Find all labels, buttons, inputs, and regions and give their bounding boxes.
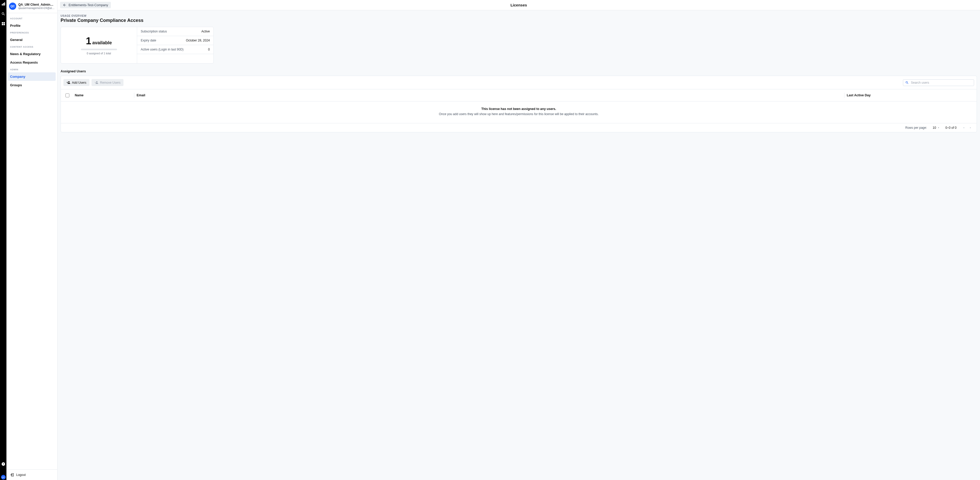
overview-stats: Subscription status Active Expiry date O… [137, 27, 213, 63]
add-users-button[interactable]: Add Users [64, 79, 89, 86]
stat-expiry-date: Expiry date October 28, 2024 [137, 36, 213, 45]
svg-rect-6 [3, 24, 5, 25]
svg-text:?: ? [3, 463, 4, 465]
table-toolbar: Add Users Remove Users [61, 76, 977, 89]
col-email[interactable]: Email [134, 93, 844, 97]
search-users[interactable] [903, 79, 974, 86]
assigned-users-title: Assigned Users [60, 69, 977, 73]
table-header: Name Email Last Active Day [61, 89, 977, 101]
stat-value: Active [201, 30, 210, 33]
overview-card: 1 available 0 assigned of 1 total Subscr… [60, 27, 214, 63]
breadcrumb-label: Entitlements-Test-Company [68, 3, 108, 7]
select-all[interactable] [64, 93, 75, 98]
section-label-content-access: CONTENT ACCESS [6, 44, 57, 50]
select-all-checkbox[interactable] [65, 93, 69, 97]
page-header-title: Licenses [511, 3, 527, 7]
chevron-left-icon [962, 126, 965, 129]
svg-rect-1 [3, 3, 3, 5]
overview-kicker: USAGE OVERVIEW [60, 14, 977, 17]
pager-range: 0–0 of 0 [945, 126, 956, 130]
svg-rect-5 [2, 24, 3, 25]
rail-avatar[interactable]: QC [1, 475, 6, 480]
section-label-account: ACCOUNT [6, 16, 57, 21]
section-label-preferences: PREFERENCES [6, 30, 57, 36]
sidebar-item-general[interactable]: General [6, 36, 57, 44]
avatar: QC [9, 3, 16, 10]
logout-label: Logout [16, 473, 26, 477]
arrow-left-icon [63, 3, 67, 7]
sidebar-item-company[interactable]: Company [8, 72, 56, 81]
person-add-icon [67, 81, 70, 84]
content: USAGE OVERVIEW Private Company Complianc… [57, 10, 980, 480]
svg-rect-4 [3, 22, 5, 24]
settings-sidebar: QC QA_UM Client_Admin_User qausermanagem… [6, 0, 57, 480]
usage-progress-bar [81, 49, 117, 50]
chevron-right-icon [969, 126, 972, 129]
svg-rect-0 [2, 4, 3, 5]
pager: Rows per page: 10 0–0 of 0 [61, 123, 977, 132]
main: Entitlements-Test-Company Licenses USAGE… [57, 0, 980, 480]
sidebar-item-groups[interactable]: Groups [6, 81, 57, 89]
search-icon[interactable] [1, 11, 6, 16]
stat-active-users: Active users (Login in last 90D) 0 [137, 45, 213, 54]
sidebar-item-profile[interactable]: Profile [6, 21, 57, 30]
logo-icon[interactable] [1, 2, 6, 7]
sidebar-item-news-regulatory[interactable]: News & Regulatory [6, 50, 57, 58]
rows-per-page-value: 10 [932, 126, 936, 130]
sidebar-user: QC QA_UM Client_Admin_User qausermanagem… [6, 0, 57, 13]
remove-users-button: Remove Users [92, 79, 124, 86]
pager-prev [962, 126, 965, 129]
logout-icon [10, 473, 14, 477]
page-title: Private Company Compliance Access [60, 18, 977, 23]
search-icon [905, 81, 909, 84]
stat-value: October 28, 2024 [186, 39, 210, 42]
section-label-admin: ADMIN [6, 67, 57, 72]
user-email: qausermanagement+24@alpha-sense.... [18, 6, 55, 10]
remove-users-label: Remove Users [100, 81, 120, 84]
apps-icon[interactable] [1, 21, 6, 26]
empty-subtitle: Once you add users they will show up her… [64, 112, 974, 116]
logout-button[interactable]: Logout [6, 469, 57, 480]
user-name: QA_UM Client_Admin_User [18, 3, 55, 6]
stat-key: Subscription status [141, 30, 167, 33]
add-users-label: Add Users [72, 81, 86, 84]
stat-subscription-status: Subscription status Active [137, 27, 213, 36]
chevron-down-icon [937, 127, 940, 129]
breadcrumb-back[interactable]: Entitlements-Test-Company [60, 2, 111, 8]
rows-per-page-label: Rows per page: [905, 126, 927, 130]
topbar: Entitlements-Test-Company Licenses [57, 0, 980, 10]
search-input[interactable] [910, 81, 972, 85]
availability-panel: 1 available 0 assigned of 1 total [61, 27, 137, 63]
empty-state: This license has not been assigned to an… [61, 101, 977, 123]
empty-title: This license has not been assigned to an… [64, 107, 974, 111]
stat-key: Expiry date [141, 39, 156, 42]
col-name[interactable]: Name [75, 93, 134, 97]
available-word: available [92, 40, 112, 46]
available-count: 1 [86, 36, 91, 47]
pager-next [969, 126, 972, 129]
sidebar-item-access-requests[interactable]: Access Requests [6, 58, 57, 67]
svg-rect-3 [2, 22, 3, 24]
stat-key: Active users (Login in last 90D) [141, 48, 183, 51]
assigned-line: 0 assigned of 1 total [87, 52, 111, 55]
rows-per-page-select[interactable]: 10 [932, 126, 940, 130]
person-remove-icon [95, 81, 99, 84]
svg-rect-2 [4, 2, 5, 5]
stat-value: 0 [208, 48, 210, 51]
col-last-active[interactable]: Last Active Day [844, 93, 973, 97]
assigned-users-card: Add Users Remove Users Name Email [60, 76, 977, 132]
help-icon[interactable]: ? [1, 461, 6, 467]
app-rail: ? QC [0, 0, 6, 480]
